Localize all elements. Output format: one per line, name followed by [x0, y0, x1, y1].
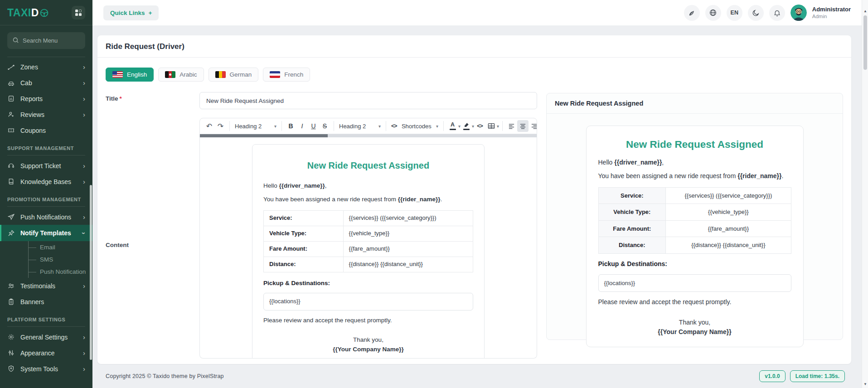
italic-button[interactable]: I — [296, 120, 308, 132]
tab-french[interactable]: French — [263, 68, 310, 82]
redo-button[interactable]: ↷ — [215, 120, 226, 132]
undo-button[interactable]: ↶ — [204, 120, 215, 132]
driver-name-var: {{driver_name}} — [614, 159, 662, 166]
notifications-button[interactable] — [769, 5, 785, 21]
sidebar-item-cab[interactable]: Cab › — [0, 75, 92, 91]
scroll-down-arrow[interactable]: ▼ — [862, 382, 868, 386]
highlight-button[interactable] — [461, 120, 472, 132]
sidebar-item-reports[interactable]: Reports › — [0, 91, 92, 107]
sidebar-item-coupons[interactable]: Coupons — [0, 122, 92, 138]
table-button[interactable] — [485, 120, 497, 132]
chevron-right-icon: › — [83, 79, 85, 86]
text-color-button[interactable]: A — [447, 120, 458, 132]
align-right-button[interactable] — [529, 120, 540, 132]
align-left-button[interactable] — [506, 120, 517, 132]
chevron-right-icon: › — [83, 365, 85, 372]
notify-templates-icon — [7, 229, 15, 237]
company-name-var: {{Your Company Name}} — [658, 328, 731, 335]
block-format-select[interactable]: Heading 2▾ — [337, 120, 383, 132]
sidebar-section-platform-settings: PLATFORM SETTINGS — [7, 317, 85, 327]
arabic-flag-icon — [165, 71, 175, 78]
editor-content[interactable]: New Ride Request Assigned Hello {{driver… — [199, 137, 537, 359]
sidebar-item-label: Push Notifications — [20, 213, 71, 221]
sidebar-item-label: Banners — [20, 298, 44, 306]
scroll-up-arrow[interactable]: ▲ — [862, 9, 868, 13]
page-title: Ride Request (Driver) — [106, 42, 184, 51]
tab-label: German — [230, 71, 252, 78]
feather-icon — [688, 9, 696, 17]
table-row: Vehicle Type: {{vehicle_type}} — [598, 204, 791, 221]
cab-icon — [7, 79, 15, 87]
quick-links-button[interactable]: Quick Links + — [103, 5, 159, 20]
preview-panel: New Ride Request Assigned New Ride Reque… — [546, 93, 843, 340]
sidebar-item-notify-templates[interactable]: Notify Templates › — [0, 225, 92, 241]
align-center-icon — [519, 123, 526, 129]
plus-icon: + — [149, 10, 152, 16]
sidebar-item-push-notifications[interactable]: Push Notifications › — [0, 209, 92, 225]
title-input[interactable] — [199, 92, 537, 109]
bold-button[interactable]: B — [285, 120, 296, 132]
scrollbar-thumb[interactable] — [863, 15, 867, 70]
align-left-icon — [508, 123, 515, 129]
company-name-var: {{Your Company Name}} — [333, 346, 404, 353]
email-greeting: Hello {{driver_name}}, — [263, 181, 473, 190]
avatar[interactable] — [790, 5, 807, 21]
scrollbar-thumb[interactable] — [200, 134, 328, 137]
sidebar-scrollbar[interactable] — [90, 185, 92, 360]
align-right-icon — [531, 123, 538, 129]
sidebar: TAXID Zones › Cab › Reports › — [0, 0, 92, 388]
sidebar-item-reviews[interactable]: Reviews › — [0, 107, 92, 122]
strikethrough-button[interactable]: S — [319, 120, 330, 132]
globe-button[interactable] — [705, 5, 721, 21]
heading-select[interactable]: Heading 2▾ — [233, 120, 278, 132]
sidebar-subitem-sms[interactable]: SMS — [0, 253, 92, 266]
table-row: Distance: {{distance}} {{distance_unit}} — [598, 237, 791, 254]
page-scrollbar[interactable]: ▲ ▼ — [862, 0, 868, 388]
language-button[interactable]: EN — [727, 5, 742, 21]
user-name: Administrator — [812, 6, 851, 13]
sidebar-item-support-ticket[interactable]: Support Ticket › — [0, 158, 92, 174]
dark-mode-button[interactable] — [748, 5, 764, 21]
chevron-right-icon: › — [83, 282, 85, 289]
chevron-right-icon: › — [83, 178, 85, 185]
sidebar-item-label: Reports — [20, 95, 43, 102]
code-view-button[interactable]: <> — [474, 120, 485, 132]
theme-customizer-button[interactable] — [684, 5, 700, 21]
toolbar-divider — [229, 121, 230, 131]
sidebar-subitem-push-notification[interactable]: Push Notification — [0, 266, 92, 278]
pickup-label: Pickup & Destinations: — [263, 279, 473, 288]
sidebar-item-system-tools[interactable]: System Tools › — [0, 361, 92, 377]
editor-horizontal-scrollbar[interactable] — [199, 134, 537, 137]
align-center-button[interactable] — [517, 120, 529, 132]
required-asterisk: * — [120, 95, 122, 102]
sidebar-item-label: Cab — [20, 79, 32, 87]
sidebar-subitem-label: Email — [40, 244, 55, 251]
tab-english[interactable]: English — [106, 68, 154, 82]
us-flag-icon — [112, 71, 123, 78]
tab-arabic[interactable]: Arabic — [158, 68, 204, 82]
sidebar-item-zones[interactable]: Zones › — [0, 59, 92, 75]
sidebar-item-knowledge-bases[interactable]: Knowledge Bases › — [0, 174, 92, 189]
sidebar-header: TAXID — [0, 0, 92, 25]
email-note: Please review and accept the request pro… — [598, 297, 791, 307]
sidebar-item-label: General Settings — [20, 334, 68, 341]
email-intro: You have been assigned a new ride reques… — [263, 195, 473, 204]
sidebar-item-banners[interactable]: Banners — [0, 294, 92, 310]
language-code: EN — [731, 10, 738, 16]
ride-details-table: Service: {{services}} ({{service_categor… — [598, 187, 791, 254]
sidebar-item-appearance[interactable]: Appearance › — [0, 345, 92, 361]
shortcodes-select[interactable]: <> Shortcodes ▾ — [389, 120, 440, 132]
french-flag-icon — [270, 71, 280, 78]
sidebar-item-label: Appearance — [20, 349, 55, 357]
moon-icon — [752, 9, 760, 17]
tab-label: English — [127, 71, 147, 78]
menu-grid-button[interactable] — [72, 6, 85, 19]
sidebar-item-testimonials[interactable]: Testimonials › — [0, 278, 92, 294]
toolbar-divider — [443, 121, 444, 131]
underline-button[interactable]: U — [308, 120, 319, 132]
sidebar-item-general-settings[interactable]: General Settings › — [0, 329, 92, 345]
email-heading: New Ride Request Assigned — [263, 159, 473, 172]
reports-icon — [7, 95, 15, 102]
sidebar-subitem-email[interactable]: Email — [0, 241, 92, 253]
tab-german[interactable]: German — [209, 68, 259, 82]
